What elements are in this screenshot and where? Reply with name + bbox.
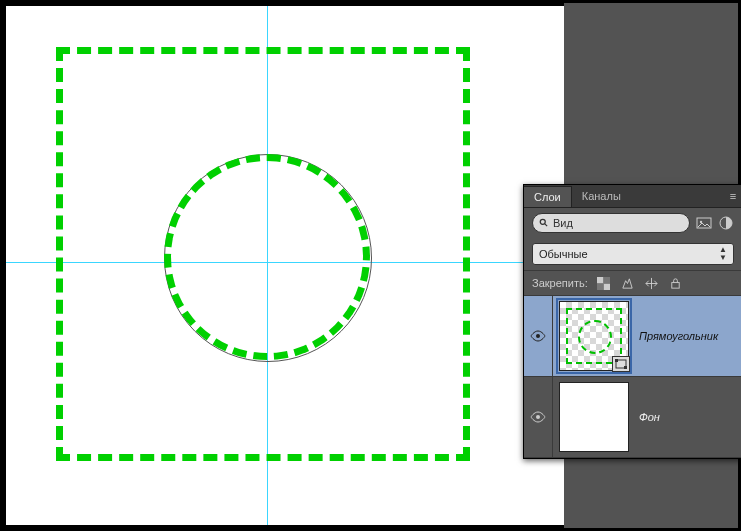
panel-menu-button[interactable]: ≡ — [724, 190, 741, 202]
svg-rect-12 — [615, 359, 618, 362]
layer-kind-filter[interactable]: Вид — [532, 213, 690, 233]
tab-channels[interactable]: Каналы — [572, 186, 631, 206]
svg-point-10 — [536, 334, 540, 338]
select-arrows-icon: ▲▼ — [719, 246, 727, 262]
tab-layers[interactable]: Слои — [524, 186, 572, 207]
filter-adjust-icon[interactable] — [718, 215, 734, 231]
svg-rect-5 — [597, 277, 604, 284]
lock-pixels-icon[interactable] — [620, 275, 636, 291]
filter-image-icon[interactable] — [696, 215, 712, 231]
layers-panel: Слои Каналы ≡ Вид Обычные ▲▼ Закрепить: — [523, 184, 741, 459]
layer-name[interactable]: Фон — [635, 411, 741, 423]
layer-thumbnail[interactable] — [559, 301, 629, 371]
svg-rect-9 — [672, 282, 679, 288]
lock-row: Закрепить: — [524, 270, 741, 296]
layer-visibility-toggle[interactable] — [524, 296, 553, 376]
svg-rect-7 — [604, 277, 611, 284]
blend-mode-row: Обычные ▲▼ — [524, 238, 741, 270]
eye-icon — [530, 411, 546, 423]
lock-all-icon[interactable] — [668, 275, 684, 291]
svg-line-1 — [545, 224, 548, 227]
layers-list: Прямоугольник Фон — [524, 296, 741, 458]
lock-label: Закрепить: — [532, 277, 588, 289]
shape-circle-dashed[interactable] — [164, 154, 370, 360]
eye-icon — [530, 330, 546, 342]
svg-rect-8 — [597, 283, 604, 290]
lock-transparency-icon[interactable] — [596, 275, 612, 291]
layer-visibility-toggle[interactable] — [524, 377, 553, 457]
app-stage: Слои Каналы ≡ Вид Обычные ▲▼ Закрепить: — [3, 3, 738, 528]
vector-badge-icon — [612, 356, 630, 372]
thumb-shape-circle — [578, 320, 612, 354]
svg-rect-13 — [624, 366, 627, 369]
layer-name[interactable]: Прямоугольник — [635, 330, 741, 342]
search-icon — [539, 218, 549, 228]
layer-thumbnail[interactable] — [559, 382, 629, 452]
layer-row[interactable]: Фон — [524, 377, 741, 458]
layer-kind-filter-label: Вид — [553, 217, 573, 229]
document-canvas[interactable] — [6, 6, 564, 525]
svg-rect-6 — [604, 283, 611, 290]
blend-mode-value: Обычные — [539, 248, 588, 260]
svg-point-14 — [536, 415, 540, 419]
svg-point-0 — [540, 219, 545, 224]
panel-tabs: Слои Каналы ≡ — [524, 185, 741, 208]
layer-filter-row: Вид — [524, 208, 741, 238]
layer-row[interactable]: Прямоугольник — [524, 296, 741, 377]
blend-mode-select[interactable]: Обычные ▲▼ — [532, 243, 734, 265]
lock-position-icon[interactable] — [644, 275, 660, 291]
